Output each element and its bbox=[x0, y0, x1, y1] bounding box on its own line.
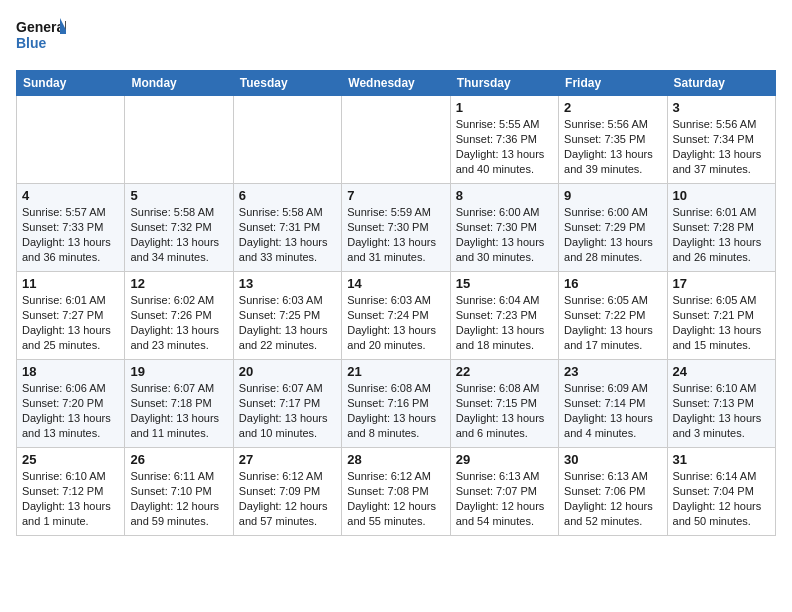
day-info: Sunrise: 6:07 AMSunset: 7:18 PMDaylight:… bbox=[130, 381, 227, 440]
header-saturday: Saturday bbox=[667, 71, 775, 96]
day-number: 6 bbox=[239, 188, 336, 203]
calendar-cell: 7Sunrise: 5:59 AMSunset: 7:30 PMDaylight… bbox=[342, 184, 450, 272]
day-info: Sunrise: 6:08 AMSunset: 7:15 PMDaylight:… bbox=[456, 381, 553, 440]
day-info: Sunrise: 6:12 AMSunset: 7:08 PMDaylight:… bbox=[347, 469, 444, 528]
day-number: 13 bbox=[239, 276, 336, 291]
calendar-cell: 3Sunrise: 5:56 AMSunset: 7:34 PMDaylight… bbox=[667, 96, 775, 184]
day-info: Sunrise: 5:56 AMSunset: 7:35 PMDaylight:… bbox=[564, 117, 661, 176]
calendar-cell: 16Sunrise: 6:05 AMSunset: 7:22 PMDayligh… bbox=[559, 272, 667, 360]
calendar-cell: 28Sunrise: 6:12 AMSunset: 7:08 PMDayligh… bbox=[342, 448, 450, 536]
day-number: 22 bbox=[456, 364, 553, 379]
day-number: 21 bbox=[347, 364, 444, 379]
day-number: 7 bbox=[347, 188, 444, 203]
calendar-cell: 1Sunrise: 5:55 AMSunset: 7:36 PMDaylight… bbox=[450, 96, 558, 184]
day-number: 1 bbox=[456, 100, 553, 115]
day-number: 4 bbox=[22, 188, 119, 203]
day-info: Sunrise: 6:00 AMSunset: 7:29 PMDaylight:… bbox=[564, 205, 661, 264]
day-info: Sunrise: 6:08 AMSunset: 7:16 PMDaylight:… bbox=[347, 381, 444, 440]
day-number: 10 bbox=[673, 188, 770, 203]
day-info: Sunrise: 5:56 AMSunset: 7:34 PMDaylight:… bbox=[673, 117, 770, 176]
calendar-cell: 14Sunrise: 6:03 AMSunset: 7:24 PMDayligh… bbox=[342, 272, 450, 360]
calendar-cell: 23Sunrise: 6:09 AMSunset: 7:14 PMDayligh… bbox=[559, 360, 667, 448]
day-number: 27 bbox=[239, 452, 336, 467]
day-info: Sunrise: 6:11 AMSunset: 7:10 PMDaylight:… bbox=[130, 469, 227, 528]
page-header: General Blue bbox=[16, 16, 776, 58]
day-info: Sunrise: 6:10 AMSunset: 7:13 PMDaylight:… bbox=[673, 381, 770, 440]
calendar-cell: 11Sunrise: 6:01 AMSunset: 7:27 PMDayligh… bbox=[17, 272, 125, 360]
day-number: 17 bbox=[673, 276, 770, 291]
day-number: 25 bbox=[22, 452, 119, 467]
day-number: 12 bbox=[130, 276, 227, 291]
day-info: Sunrise: 6:03 AMSunset: 7:24 PMDaylight:… bbox=[347, 293, 444, 352]
header-monday: Monday bbox=[125, 71, 233, 96]
day-number: 29 bbox=[456, 452, 553, 467]
calendar-cell: 17Sunrise: 6:05 AMSunset: 7:21 PMDayligh… bbox=[667, 272, 775, 360]
day-info: Sunrise: 6:12 AMSunset: 7:09 PMDaylight:… bbox=[239, 469, 336, 528]
calendar-week-4: 18Sunrise: 6:06 AMSunset: 7:20 PMDayligh… bbox=[17, 360, 776, 448]
header-thursday: Thursday bbox=[450, 71, 558, 96]
svg-text:General: General bbox=[16, 19, 66, 35]
calendar-cell: 8Sunrise: 6:00 AMSunset: 7:30 PMDaylight… bbox=[450, 184, 558, 272]
day-info: Sunrise: 5:58 AMSunset: 7:31 PMDaylight:… bbox=[239, 205, 336, 264]
day-number: 20 bbox=[239, 364, 336, 379]
day-info: Sunrise: 5:58 AMSunset: 7:32 PMDaylight:… bbox=[130, 205, 227, 264]
calendar-table: SundayMondayTuesdayWednesdayThursdayFrid… bbox=[16, 70, 776, 536]
day-info: Sunrise: 6:09 AMSunset: 7:14 PMDaylight:… bbox=[564, 381, 661, 440]
day-info: Sunrise: 5:57 AMSunset: 7:33 PMDaylight:… bbox=[22, 205, 119, 264]
logo: General Blue bbox=[16, 16, 66, 58]
calendar-cell: 19Sunrise: 6:07 AMSunset: 7:18 PMDayligh… bbox=[125, 360, 233, 448]
calendar-cell: 20Sunrise: 6:07 AMSunset: 7:17 PMDayligh… bbox=[233, 360, 341, 448]
calendar-cell: 5Sunrise: 5:58 AMSunset: 7:32 PMDaylight… bbox=[125, 184, 233, 272]
day-number: 5 bbox=[130, 188, 227, 203]
day-number: 16 bbox=[564, 276, 661, 291]
day-number: 24 bbox=[673, 364, 770, 379]
calendar-cell: 21Sunrise: 6:08 AMSunset: 7:16 PMDayligh… bbox=[342, 360, 450, 448]
day-info: Sunrise: 6:10 AMSunset: 7:12 PMDaylight:… bbox=[22, 469, 119, 528]
calendar-cell: 24Sunrise: 6:10 AMSunset: 7:13 PMDayligh… bbox=[667, 360, 775, 448]
calendar-cell: 9Sunrise: 6:00 AMSunset: 7:29 PMDaylight… bbox=[559, 184, 667, 272]
calendar-cell: 10Sunrise: 6:01 AMSunset: 7:28 PMDayligh… bbox=[667, 184, 775, 272]
calendar-week-2: 4Sunrise: 5:57 AMSunset: 7:33 PMDaylight… bbox=[17, 184, 776, 272]
calendar-cell: 22Sunrise: 6:08 AMSunset: 7:15 PMDayligh… bbox=[450, 360, 558, 448]
day-info: Sunrise: 5:55 AMSunset: 7:36 PMDaylight:… bbox=[456, 117, 553, 176]
header-sunday: Sunday bbox=[17, 71, 125, 96]
calendar-week-3: 11Sunrise: 6:01 AMSunset: 7:27 PMDayligh… bbox=[17, 272, 776, 360]
day-number: 23 bbox=[564, 364, 661, 379]
calendar-cell: 12Sunrise: 6:02 AMSunset: 7:26 PMDayligh… bbox=[125, 272, 233, 360]
calendar-cell: 26Sunrise: 6:11 AMSunset: 7:10 PMDayligh… bbox=[125, 448, 233, 536]
calendar-cell: 27Sunrise: 6:12 AMSunset: 7:09 PMDayligh… bbox=[233, 448, 341, 536]
day-info: Sunrise: 6:06 AMSunset: 7:20 PMDaylight:… bbox=[22, 381, 119, 440]
calendar-week-5: 25Sunrise: 6:10 AMSunset: 7:12 PMDayligh… bbox=[17, 448, 776, 536]
day-info: Sunrise: 5:59 AMSunset: 7:30 PMDaylight:… bbox=[347, 205, 444, 264]
day-info: Sunrise: 6:14 AMSunset: 7:04 PMDaylight:… bbox=[673, 469, 770, 528]
calendar-cell: 29Sunrise: 6:13 AMSunset: 7:07 PMDayligh… bbox=[450, 448, 558, 536]
day-number: 26 bbox=[130, 452, 227, 467]
day-number: 30 bbox=[564, 452, 661, 467]
calendar-cell bbox=[17, 96, 125, 184]
day-info: Sunrise: 6:01 AMSunset: 7:28 PMDaylight:… bbox=[673, 205, 770, 264]
calendar-cell bbox=[125, 96, 233, 184]
day-info: Sunrise: 6:01 AMSunset: 7:27 PMDaylight:… bbox=[22, 293, 119, 352]
day-number: 28 bbox=[347, 452, 444, 467]
day-info: Sunrise: 6:05 AMSunset: 7:22 PMDaylight:… bbox=[564, 293, 661, 352]
day-number: 31 bbox=[673, 452, 770, 467]
calendar-cell: 15Sunrise: 6:04 AMSunset: 7:23 PMDayligh… bbox=[450, 272, 558, 360]
header-wednesday: Wednesday bbox=[342, 71, 450, 96]
calendar-cell: 13Sunrise: 6:03 AMSunset: 7:25 PMDayligh… bbox=[233, 272, 341, 360]
logo-svg: General Blue bbox=[16, 16, 66, 58]
day-number: 8 bbox=[456, 188, 553, 203]
day-number: 2 bbox=[564, 100, 661, 115]
calendar-cell bbox=[342, 96, 450, 184]
day-number: 3 bbox=[673, 100, 770, 115]
day-number: 15 bbox=[456, 276, 553, 291]
day-number: 11 bbox=[22, 276, 119, 291]
day-info: Sunrise: 6:13 AMSunset: 7:06 PMDaylight:… bbox=[564, 469, 661, 528]
day-number: 14 bbox=[347, 276, 444, 291]
calendar-cell: 18Sunrise: 6:06 AMSunset: 7:20 PMDayligh… bbox=[17, 360, 125, 448]
svg-text:Blue: Blue bbox=[16, 35, 47, 51]
day-info: Sunrise: 6:13 AMSunset: 7:07 PMDaylight:… bbox=[456, 469, 553, 528]
calendar-cell: 2Sunrise: 5:56 AMSunset: 7:35 PMDaylight… bbox=[559, 96, 667, 184]
calendar-cell: 25Sunrise: 6:10 AMSunset: 7:12 PMDayligh… bbox=[17, 448, 125, 536]
day-number: 19 bbox=[130, 364, 227, 379]
header-friday: Friday bbox=[559, 71, 667, 96]
